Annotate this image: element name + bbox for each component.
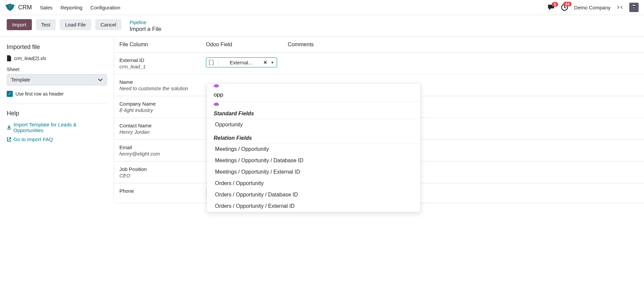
dropdown-item[interactable]: Orders / Opportunity	[207, 178, 420, 189]
user-avatar[interactable]	[629, 3, 639, 12]
debug-icon[interactable]	[616, 4, 623, 11]
help-heading: Help	[7, 110, 107, 117]
clear-icon[interactable]: ✕	[263, 60, 267, 65]
top-nav: CRM Sales Reporting Configuration 5 24 D…	[0, 0, 644, 15]
imported-file-heading: Imported file	[7, 44, 107, 51]
first-row-checkbox-row[interactable]: ✓ Use first row as header	[7, 91, 107, 97]
file-type-icon	[209, 60, 215, 65]
import-button[interactable]: Import	[7, 19, 32, 30]
sheet-select[interactable]: Template	[7, 74, 107, 85]
field-dropdown: Standard Fields Opportunity Relation Fie…	[207, 83, 421, 203]
app-name[interactable]: CRM	[18, 4, 32, 11]
faq-link[interactable]: Go to Import FAQ	[7, 136, 107, 142]
breadcrumb-parent[interactable]: Pipeline	[129, 20, 161, 25]
checkbox-checked-icon[interactable]: ✓	[7, 91, 13, 97]
row-label: Job Position	[119, 166, 206, 172]
separator	[7, 104, 107, 104]
import-template-text: Import Template for Leads & Opportunitie…	[13, 122, 107, 133]
nav-configuration[interactable]: Configuration	[91, 5, 120, 10]
nav-reporting[interactable]: Reporting	[61, 5, 83, 10]
sidebar: Imported file crm_lead(2).xls Sheet: Tem…	[0, 37, 114, 203]
column-headers: File Column Odoo Field Comments	[114, 37, 644, 53]
mapping-row: External ID crm_lead_1 External... ✕ ▼	[114, 53, 644, 74]
dropdown-item[interactable]: Opportunity	[207, 119, 420, 130]
filename-text: crm_lead(2).xls	[14, 56, 46, 61]
first-row-label: Use first row as header	[15, 91, 64, 97]
row-sample: henry@elight.com	[119, 151, 206, 157]
separator	[218, 59, 219, 66]
cancel-button[interactable]: Cancel	[95, 19, 122, 30]
row-sample: Henry Jordan	[119, 129, 206, 135]
test-button[interactable]: Test	[36, 19, 56, 30]
messages-badge: 5	[552, 2, 558, 7]
app-logo-icon	[5, 4, 15, 11]
dropdown-item[interactable]: Meetings / Opportunity / Database ID	[207, 155, 420, 166]
sheet-value: Template	[11, 77, 30, 82]
dropdown-item[interactable]: Meetings / Opportunity	[207, 143, 420, 155]
row-label: Email	[119, 144, 206, 150]
row-sample: CEO	[119, 173, 206, 178]
breadcrumb-current: Import a File	[129, 26, 161, 33]
breadcrumb: Pipeline Import a File	[129, 19, 161, 33]
action-bar: Import Test Load File Cancel Pipeline Im…	[0, 15, 644, 37]
row-label: Phone	[119, 188, 206, 194]
svg-rect-5	[632, 6, 636, 7]
import-template-link[interactable]: Import Template for Leads & Opportunitie…	[7, 122, 107, 133]
row-label: External ID	[119, 57, 206, 63]
activities-icon[interactable]: 24	[561, 4, 568, 11]
chevron-down-icon	[98, 78, 103, 81]
load-file-button[interactable]: Load File	[60, 19, 91, 30]
row-sample: E-light Industry	[119, 107, 206, 113]
header-file-column: File Column	[119, 42, 206, 48]
standard-fields-heading: Standard Fields	[207, 107, 420, 119]
nav-sales[interactable]: Sales	[40, 5, 53, 10]
dropdown-search	[207, 88, 420, 102]
row-sample: Need to customize the solution	[119, 85, 206, 91]
header-odoo-field: Odoo Field	[206, 42, 288, 48]
download-icon	[7, 125, 11, 130]
dropdown-item[interactable]: Meetings / Opportunity / External ID	[207, 166, 420, 178]
external-link-icon	[7, 137, 11, 142]
row-label: Contact Name	[119, 123, 206, 128]
relation-fields-heading: Relation Fields	[207, 132, 420, 143]
decor-icon	[214, 103, 219, 106]
header-comments: Comments	[288, 42, 639, 48]
activities-badge: 24	[563, 2, 571, 6]
company-name[interactable]: Demo Company	[574, 5, 610, 10]
dropdown-item[interactable]: Orders / Opportunity / External ID	[207, 200, 420, 203]
dropdown-search-input[interactable]	[214, 92, 414, 98]
caret-down-icon[interactable]: ▼	[271, 61, 274, 64]
row-label: Company Name	[119, 101, 206, 107]
nav-menu: Sales Reporting Configuration	[40, 5, 547, 10]
sheet-label: Sheet:	[7, 67, 107, 72]
row-label: Name	[119, 79, 206, 85]
nav-right: 5 24 Demo Company	[547, 3, 639, 12]
messages-icon[interactable]: 5	[547, 4, 555, 11]
file-icon	[7, 55, 11, 61]
row-sample: crm_lead_1	[119, 64, 206, 69]
imported-filename: crm_lead(2).xls	[7, 55, 107, 61]
field-value: External...	[222, 60, 260, 65]
faq-text: Go to Import FAQ	[13, 136, 53, 142]
decor-icon	[214, 84, 219, 87]
field-selector[interactable]: External... ✕ ▼	[206, 57, 277, 67]
dropdown-item[interactable]: Orders / Opportunity / Database ID	[207, 189, 420, 200]
